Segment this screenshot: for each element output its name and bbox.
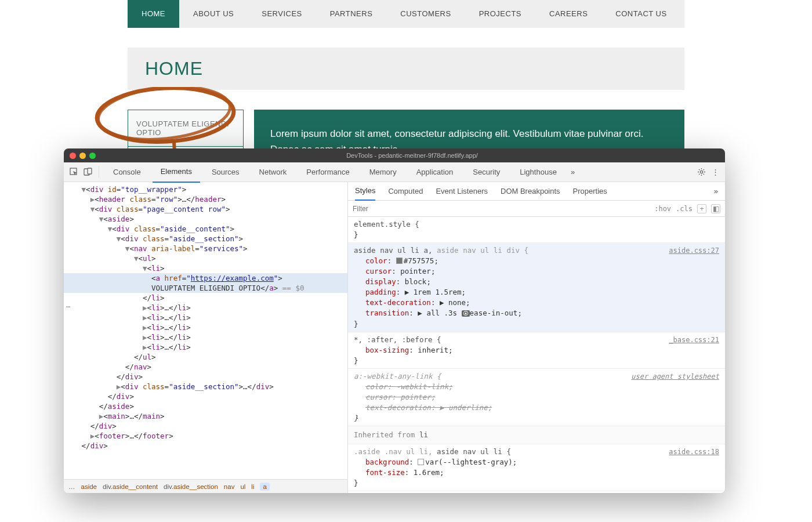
page-header: HOME [128,48,684,90]
toggle-sidebar-icon[interactable]: ◧ [711,204,720,213]
tab-elements[interactable]: Elements [153,162,200,183]
devtools-toolbar: Console Elements Sources Network Perform… [64,162,725,182]
devtools-title: DevTools - pedantic-meitner-9f78df.netli… [105,152,719,159]
nav-customers[interactable]: CUSTOMERS [386,0,465,28]
right-tabs-overflow-icon[interactable]: » [714,187,718,195]
styles-pane[interactable]: element.style {} aside.css:27 aside nav … [348,217,725,493]
devtools-titlebar: DevTools - pedantic-meitner-9f78df.netli… [64,148,725,162]
gear-icon[interactable] [696,167,706,177]
source-ua-label: user agent stylesheet [631,371,719,382]
nav-services[interactable]: SERVICES [248,0,316,28]
source-link[interactable]: _base.css:21 [669,335,719,345]
traffic-close-icon[interactable] [70,153,76,159]
nav-about[interactable]: ABOUT US [179,0,248,28]
dom-tree[interactable]: ▼<div id="top__wrapper"> ▶<header class=… [64,182,347,479]
inspect-icon[interactable] [68,167,79,177]
dom-breadcrumb[interactable]: … aside div.aside__content div.aside__se… [64,479,347,493]
tabs-overflow-icon[interactable]: » [571,168,575,176]
hov-toggle[interactable]: :hov [654,205,671,213]
tab-memory[interactable]: Memory [361,162,405,182]
tab-lighthouse[interactable]: Lighthouse [512,162,565,182]
nav-projects[interactable]: PROJECTS [465,0,535,28]
traffic-max-icon[interactable] [89,153,96,159]
tab-network[interactable]: Network [251,162,295,182]
svg-rect-4 [88,168,92,174]
styles-filter-input[interactable] [353,205,650,213]
tab-application[interactable]: Application [408,162,462,182]
cls-toggle[interactable]: .cls [676,205,693,213]
tab-security[interactable]: Security [465,162,508,182]
device-icon[interactable] [82,167,93,177]
nav-contact[interactable]: CONTACT US [601,0,680,28]
devtools-window: DevTools - pedantic-meitner-9f78df.netli… [64,148,725,493]
tab-sources[interactable]: Sources [204,162,248,182]
svg-point-5 [700,171,702,173]
source-link[interactable]: aside.css:18 [669,447,719,457]
source-link[interactable]: aside.css:27 [669,245,719,256]
computed-tab[interactable]: Computed [388,187,423,195]
properties-tab[interactable]: Properties [573,187,607,195]
event-listeners-tab[interactable]: Event Listeners [436,187,488,195]
nav-careers[interactable]: CAREERS [535,0,601,28]
nav-home[interactable]: HOME [128,0,179,28]
dom-selected-node[interactable]: <a href="https://example.com"> [64,273,347,283]
kebab-icon[interactable]: ⋮ [710,167,720,177]
styles-tab[interactable]: Styles [355,182,375,201]
tab-performance[interactable]: Performance [298,162,357,182]
traffic-min-icon[interactable] [79,153,86,159]
tab-console[interactable]: Console [105,162,149,182]
nav-partners[interactable]: PARTNERS [316,0,387,28]
page-title: HOME [145,58,667,79]
dom-breakpoints-tab[interactable]: DOM Breakpoints [501,187,560,195]
new-style-rule-icon[interactable]: + [697,204,706,213]
site-nav: HOME ABOUT US SERVICES PARTNERS CUSTOMER… [128,0,684,28]
sidebar-item-0[interactable]: VOLUPTATEM ELIGENDI OPTIO [128,110,243,146]
dom-gutter-dots: ⋯ [66,303,70,311]
